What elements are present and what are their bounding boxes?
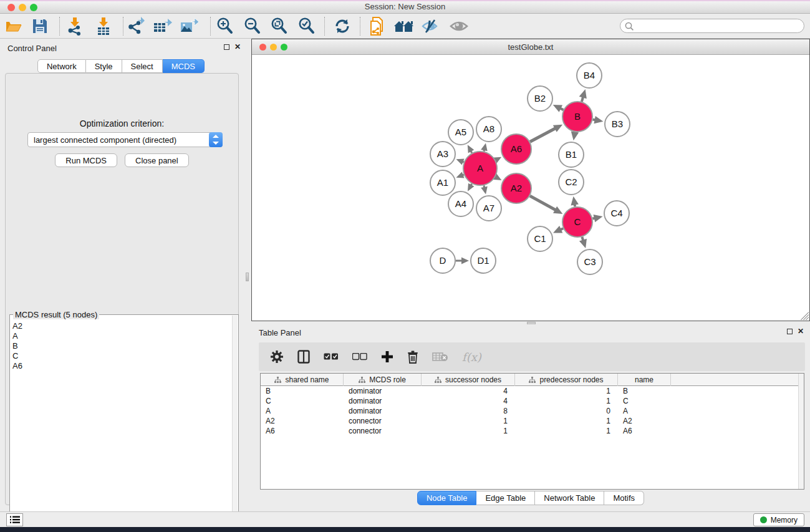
columns-icon[interactable] — [297, 350, 310, 364]
arrowhead-icon — [456, 172, 464, 178]
table-tab-motifs[interactable]: Motifs — [604, 491, 644, 505]
cell: C — [261, 396, 344, 406]
edge-A2-C[interactable] — [530, 196, 556, 210]
deselect-all-columns-icon[interactable] — [352, 353, 367, 360]
result-item[interactable]: A — [12, 331, 231, 341]
criterion-value: largest connected component (directed) — [34, 135, 176, 145]
table-tab-edge-table[interactable]: Edge Table — [476, 491, 535, 505]
column-header-name[interactable]: name — [618, 374, 671, 386]
export-table-icon[interactable] — [152, 17, 173, 36]
memory-button[interactable]: Memory — [753, 513, 804, 526]
list-icon — [10, 516, 20, 524]
trash-icon[interactable] — [407, 350, 418, 364]
tab-network[interactable]: Network — [37, 59, 86, 73]
cell: dominator — [344, 396, 422, 406]
table-float-panel-icon[interactable] — [787, 329, 793, 334]
zoom-in-icon[interactable] — [215, 17, 236, 36]
float-panel-icon[interactable] — [224, 44, 229, 50]
vertical-split-grabber[interactable] — [246, 273, 249, 281]
delete-table-icon[interactable] — [432, 352, 448, 362]
show-graphics-icon[interactable] — [448, 17, 470, 36]
criterion-dropdown[interactable]: largest connected component (directed) — [27, 132, 223, 147]
network-graph[interactable]: A5A8A6A3AA1A2A4A7B4B2BB3B1C2C4CC1C3DD1 — [252, 55, 809, 321]
cell: dominator — [344, 406, 422, 416]
run-mcds-button[interactable]: Run MCDS — [55, 153, 117, 167]
result-item[interactable]: B — [12, 341, 231, 351]
import-network-icon[interactable] — [64, 17, 85, 36]
function-builder-icon[interactable]: f(x) — [462, 351, 481, 364]
arrowhead-icon — [579, 89, 587, 99]
hide-graphics-icon[interactable] — [420, 17, 441, 36]
zoom-fit-icon[interactable] — [269, 17, 290, 36]
export-image-icon[interactable] — [179, 17, 200, 36]
cell: connector — [344, 416, 422, 426]
home-icon[interactable] — [393, 17, 415, 36]
mcds-result-list[interactable]: A2ABCA6 — [12, 321, 231, 526]
result-scrollbar[interactable] — [232, 316, 238, 528]
network-canvas[interactable]: A5A8A6A3AA1A2A4A7B4B2BB3B1C2C4CC1C3DD1 — [252, 55, 809, 321]
table-row[interactable]: Adominator80A — [261, 406, 804, 416]
cell: connector — [344, 426, 422, 436]
open-session-icon[interactable] — [3, 17, 24, 36]
save-session-icon[interactable] — [29, 17, 51, 36]
node-table: shared nameMCDS rolesuccessor nodesprede… — [260, 373, 804, 490]
arrowhead-icon — [594, 215, 603, 222]
table-header-row[interactable]: shared nameMCDS rolesuccessor nodesprede… — [261, 374, 804, 386]
column-label: predecessor nodes — [539, 375, 603, 384]
arrowhead-icon — [481, 186, 488, 195]
resize-grip-icon[interactable] — [801, 312, 809, 320]
table-row[interactable]: Cdominator41C — [261, 396, 804, 406]
node-label-B: B — [574, 111, 581, 122]
cell: 1 — [515, 416, 618, 426]
select-all-columns-icon[interactable] — [324, 353, 339, 360]
add-column-icon[interactable] — [381, 351, 393, 363]
column-header-MCDS-role[interactable]: MCDS role — [344, 374, 422, 386]
mcds-result-box: MCDS result (5 nodes) A2ABCA6 — [9, 314, 239, 530]
duplicate-network-icon[interactable] — [367, 17, 388, 36]
arrowhead-icon — [456, 158, 464, 165]
table-tab-network-table[interactable]: Network Table — [535, 491, 604, 505]
memory-label: Memory — [771, 516, 798, 525]
table-panel-title: Table Panel — [259, 328, 301, 337]
result-item[interactable]: A2 — [12, 321, 231, 331]
network-window-titlebar[interactable]: testGlobe.txt — [252, 39, 809, 55]
column-header-predecessor-nodes[interactable]: predecessor nodes — [515, 374, 618, 386]
table-tab-node-table[interactable]: Node Table — [417, 491, 477, 505]
close-panel-icon[interactable]: ✕ — [234, 44, 241, 50]
search-input[interactable] — [637, 20, 799, 32]
export-network-icon[interactable] — [125, 17, 147, 36]
task-history-button[interactable] — [6, 513, 23, 526]
mcds-tab-content: Optimization criterion: largest connecte… — [5, 73, 239, 505]
search-container — [620, 19, 804, 33]
column-header-shared-name[interactable]: shared name — [261, 374, 344, 386]
tab-mcds[interactable]: MCDS — [163, 59, 205, 73]
memory-status-icon — [760, 516, 767, 523]
status-bar: Memory — [0, 511, 810, 527]
table-close-panel-icon[interactable]: ✕ — [798, 328, 804, 334]
control-panel: Control Panel ✕ NetworkStyleSelectMCDS O… — [0, 39, 247, 511]
result-item[interactable]: C — [12, 351, 231, 361]
zoom-selected-icon[interactable] — [296, 17, 317, 36]
column-header-successor-nodes[interactable]: successor nodes — [422, 374, 515, 386]
titlebar-accent-line — [0, 0, 810, 1]
table-row[interactable]: Bdominator41B — [261, 386, 804, 396]
mcds-result-title: MCDS result (5 nodes) — [13, 310, 99, 319]
gear-icon[interactable] — [270, 350, 284, 364]
table-scrollbar[interactable] — [798, 374, 804, 489]
search-icon — [625, 22, 634, 31]
node-label-A1: A1 — [437, 177, 448, 188]
import-table-icon[interactable] — [93, 17, 114, 36]
zoom-out-icon[interactable] — [242, 17, 263, 36]
tab-select[interactable]: Select — [122, 59, 163, 73]
table-row[interactable]: A2connector11A2 — [261, 416, 804, 426]
node-label-A2: A2 — [511, 183, 522, 193]
column-label: name — [635, 375, 653, 384]
table-row[interactable]: A6connector11A6 — [261, 426, 804, 436]
edge-A6-B[interactable] — [530, 128, 556, 142]
result-item[interactable]: A6 — [12, 361, 231, 371]
column-type-icon — [529, 377, 536, 384]
close-panel-button[interactable]: Close panel — [125, 153, 189, 167]
refresh-icon[interactable] — [332, 17, 353, 36]
tab-style[interactable]: Style — [86, 59, 122, 73]
cell: A — [261, 406, 344, 416]
